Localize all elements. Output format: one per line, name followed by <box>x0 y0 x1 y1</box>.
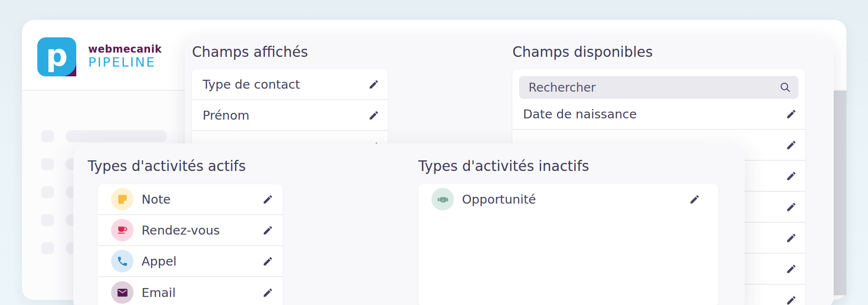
edit-icon[interactable] <box>786 295 797 305</box>
skeleton-checkbox <box>41 242 54 254</box>
activity-row[interactable]: Rendez-vous <box>98 215 283 246</box>
brand-wordmark: webmecanik PIPELINE <box>88 44 162 70</box>
field-row[interactable]: Date de naissance <box>512 99 805 130</box>
activity-types-panel: Types d'activités actifs Note Rendez-vou… <box>73 143 745 305</box>
edit-icon[interactable] <box>786 232 797 243</box>
edit-icon[interactable] <box>262 194 273 205</box>
note-icon <box>111 188 134 210</box>
handshake-icon <box>431 188 454 210</box>
phone-icon <box>111 250 134 272</box>
activity-row[interactable]: Appel <box>98 246 283 277</box>
coffee-cup-icon <box>111 219 134 241</box>
activity-label: Opportunité <box>462 192 689 207</box>
edit-icon[interactable] <box>262 287 273 298</box>
inactive-activities-title: Types d'activités inactifs <box>418 158 589 174</box>
pipeline-logo-icon: p <box>37 37 76 76</box>
edit-icon[interactable] <box>262 225 273 236</box>
active-activities-card: Note Rendez-vous Appel <box>98 184 283 305</box>
edit-icon[interactable] <box>786 171 797 182</box>
scrollbar-track[interactable] <box>832 91 846 295</box>
search-icon[interactable] <box>779 81 792 94</box>
brand-product: PIPELINE <box>88 55 162 70</box>
activity-row[interactable]: Email <box>98 277 283 305</box>
edit-icon[interactable] <box>262 256 273 267</box>
search-box <box>519 76 798 99</box>
field-label: Prénom <box>203 108 368 123</box>
edit-icon[interactable] <box>786 201 797 213</box>
edit-icon[interactable] <box>786 263 797 274</box>
field-label: Type de contact <box>203 77 368 92</box>
skeleton-bar <box>66 130 167 142</box>
available-fields-title: Champs disponibles <box>512 44 653 60</box>
skeleton-checkbox <box>41 214 54 226</box>
activity-label: Appel <box>142 254 262 269</box>
field-label: Date de naissance <box>523 107 786 121</box>
activity-label: Note <box>142 192 262 207</box>
edit-icon[interactable] <box>786 140 797 151</box>
activity-row[interactable]: Note <box>98 184 283 215</box>
activity-label: Email <box>142 285 262 300</box>
skeleton-checkbox <box>41 158 54 170</box>
displayed-fields-title: Champs affichés <box>192 44 308 60</box>
active-activities-title: Types d'activités actifs <box>88 158 246 174</box>
edit-icon[interactable] <box>368 79 379 90</box>
edit-icon[interactable] <box>689 194 700 205</box>
edit-icon[interactable] <box>368 110 379 121</box>
search-input[interactable] <box>519 76 798 99</box>
page-background: p webmecanik PIPELINE <box>0 0 868 305</box>
envelope-icon <box>111 281 134 304</box>
skeleton-checkbox <box>41 130 54 142</box>
edit-icon[interactable] <box>786 109 797 120</box>
inactive-activities-card: Opportunité <box>418 184 718 305</box>
skeleton-checkbox <box>41 186 54 198</box>
field-row[interactable]: Prénom <box>192 100 388 131</box>
logo-petal-icon <box>59 59 76 76</box>
pipeline-logo[interactable]: p webmecanik PIPELINE <box>37 37 162 76</box>
activity-label: Rendez-vous <box>142 223 262 238</box>
brand-name: webmecanik <box>88 44 162 55</box>
activity-row[interactable]: Opportunité <box>418 184 718 215</box>
field-row[interactable]: Type de contact <box>192 69 388 100</box>
